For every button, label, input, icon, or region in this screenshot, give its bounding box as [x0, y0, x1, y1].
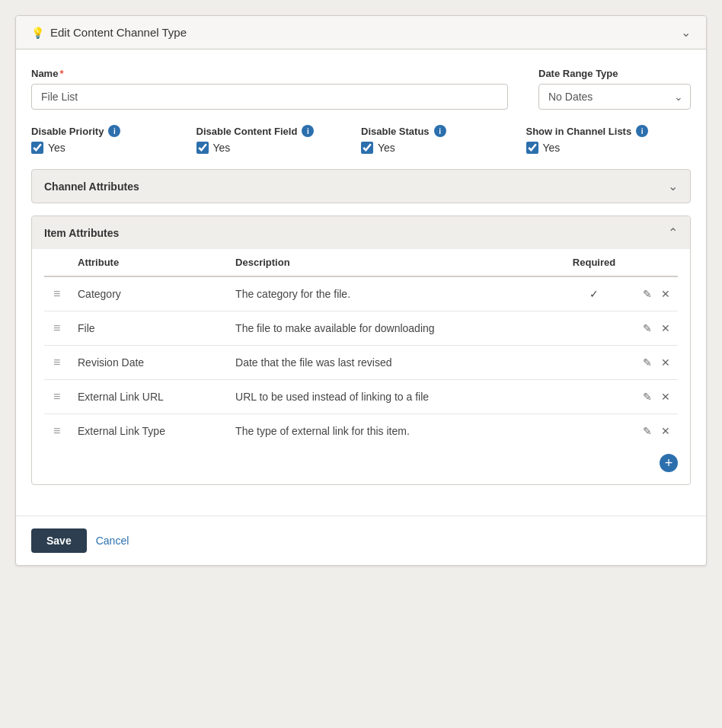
show-in-channel-value: Yes — [543, 142, 561, 154]
edit-icon[interactable]: ✎ — [641, 321, 653, 336]
show-in-channel-lists-group: Show in Channel Lists i Yes — [526, 125, 692, 154]
disable-priority-value: Yes — [48, 142, 65, 154]
item-attributes-title: Item Attributes — [44, 227, 119, 239]
disable-content-label-row: Disable Content Field i — [196, 125, 362, 137]
show-in-channel-info-icon[interactable]: i — [636, 125, 648, 137]
table-header-row: Attribute Description Required — [44, 249, 678, 276]
delete-icon[interactable]: ✕ — [660, 389, 672, 404]
panel-body: Name* Date Range Type No Dates Single Da… — [16, 49, 706, 516]
drag-handle-icon[interactable]: ≡ — [50, 356, 63, 369]
disable-content-checkbox[interactable] — [196, 142, 209, 154]
required-cell: ✓ — [564, 276, 625, 311]
delete-icon[interactable]: ✕ — [660, 321, 672, 336]
drag-handle-icon[interactable]: ≡ — [50, 390, 63, 403]
disable-status-value-row: Yes — [361, 142, 526, 154]
item-attributes-panel: Item Attributes ⌃ Attribute Description … — [31, 216, 691, 485]
table-row: ≡ Revision Date Date that the file was l… — [44, 346, 678, 380]
edit-icon[interactable]: ✎ — [641, 389, 653, 404]
disable-status-checkbox[interactable] — [361, 142, 373, 154]
disable-content-field-group: Disable Content Field i Yes — [196, 125, 362, 154]
channel-attributes-header[interactable]: Channel Attributes ⌄ — [31, 169, 691, 203]
panel-footer: Save Cancel — [16, 516, 706, 565]
actions-cell: ✎ ✕ — [625, 311, 678, 346]
required-cell — [564, 346, 625, 380]
delete-icon[interactable]: ✕ — [660, 286, 672, 302]
lightbulb-icon: 💡 — [31, 27, 44, 39]
add-row: + — [44, 448, 678, 472]
actions-cell: ✎ ✕ — [625, 276, 678, 311]
edit-icon[interactable]: ✎ — [641, 286, 653, 302]
table-row: ≡ File The file to make available for do… — [44, 311, 678, 346]
disable-status-label-row: Disable Status i — [361, 125, 526, 137]
drag-handle-icon[interactable]: ≡ — [50, 424, 63, 437]
table-row: ≡ External Link URL URL to be used inste… — [44, 380, 678, 414]
drag-cell[interactable]: ≡ — [44, 276, 72, 311]
drag-cell[interactable]: ≡ — [44, 311, 72, 346]
actions-cell: ✎ ✕ — [625, 414, 678, 449]
attribute-name-cell: External Link Type — [72, 414, 229, 449]
disable-status-group: Disable Status i Yes — [361, 125, 526, 154]
delete-icon[interactable]: ✕ — [660, 355, 672, 370]
attribute-desc-cell: URL to be used instead of linking to a f… — [229, 380, 564, 414]
panel-header-left: 💡 Edit Content Channel Type — [31, 26, 187, 39]
drag-cell[interactable]: ≡ — [44, 346, 72, 380]
edit-icon[interactable]: ✎ — [641, 355, 653, 370]
attribute-name-cell: Category — [72, 276, 229, 311]
cancel-button[interactable]: Cancel — [96, 535, 129, 547]
col-description-header: Description — [229, 249, 564, 276]
show-in-channel-label-row: Show in Channel Lists i — [526, 125, 692, 137]
date-range-label: Date Range Type — [538, 68, 691, 79]
panel-title: Edit Content Channel Type — [50, 26, 187, 39]
channel-attributes-title: Channel Attributes — [44, 180, 139, 193]
date-range-field-group: Date Range Type No Dates Single Date Dat… — [538, 68, 691, 110]
panel-collapse-icon[interactable]: ⌄ — [681, 25, 691, 40]
attribute-name-cell: External Link URL — [72, 380, 229, 414]
disable-content-label: Disable Content Field — [196, 126, 298, 137]
name-label: Name* — [31, 68, 508, 79]
disable-priority-info-icon[interactable]: i — [108, 125, 120, 137]
show-in-channel-value-row: Yes — [526, 142, 692, 154]
action-icons: ✎ ✕ — [631, 286, 672, 302]
col-required-header: Required — [564, 249, 625, 276]
drag-cell[interactable]: ≡ — [44, 380, 72, 414]
name-input[interactable] — [31, 84, 508, 110]
attribute-desc-cell: The file to make available for downloadi… — [229, 311, 564, 346]
col-actions-header — [625, 249, 678, 276]
actions-cell: ✎ ✕ — [625, 380, 678, 414]
edit-panel: 💡 Edit Content Channel Type ⌄ Name* Date… — [15, 15, 707, 566]
action-icons: ✎ ✕ — [631, 389, 672, 404]
delete-icon[interactable]: ✕ — [660, 423, 672, 439]
item-attributes-chevron: ⌃ — [668, 225, 678, 240]
show-in-channel-label: Show in Channel Lists — [526, 126, 632, 137]
disable-content-info-icon[interactable]: i — [302, 125, 314, 137]
disable-priority-checkbox[interactable] — [31, 142, 43, 154]
disable-priority-label-row: Disable Priority i — [31, 125, 196, 137]
disable-status-info-icon[interactable]: i — [434, 125, 446, 137]
drag-handle-icon[interactable]: ≡ — [50, 321, 63, 334]
item-attributes-table-container: Attribute Description Required ≡ Categor… — [32, 249, 690, 484]
attribute-desc-cell: The category for the file. — [229, 276, 564, 311]
item-attributes-header[interactable]: Item Attributes ⌃ — [32, 216, 690, 249]
date-range-select-wrapper: No Dates Single Date Date Range ⌄ — [538, 84, 691, 110]
name-date-row: Name* Date Range Type No Dates Single Da… — [31, 68, 691, 110]
date-range-select[interactable]: No Dates Single Date Date Range — [538, 84, 691, 110]
col-attribute-header: Attribute — [72, 249, 229, 276]
required-cell — [564, 414, 625, 449]
table-row: ≡ External Link Type The type of externa… — [44, 414, 678, 449]
table-row: ≡ Category The category for the file. ✓ … — [44, 276, 678, 311]
attribute-name-cell: File — [72, 311, 229, 346]
edit-icon[interactable]: ✎ — [641, 423, 653, 439]
save-button[interactable]: Save — [31, 528, 87, 553]
channel-attributes-chevron: ⌄ — [668, 179, 678, 193]
actions-cell: ✎ ✕ — [625, 346, 678, 380]
disable-content-value-row: Yes — [196, 142, 362, 154]
disable-status-value: Yes — [378, 142, 395, 154]
disable-priority-group: Disable Priority i Yes — [31, 125, 196, 154]
drag-handle-icon[interactable]: ≡ — [50, 287, 63, 300]
add-attribute-button[interactable]: + — [660, 454, 678, 472]
panel-header: 💡 Edit Content Channel Type ⌄ — [16, 16, 706, 49]
required-cell — [564, 311, 625, 346]
drag-cell[interactable]: ≡ — [44, 414, 72, 449]
action-icons: ✎ ✕ — [631, 423, 672, 439]
show-in-channel-checkbox[interactable] — [526, 142, 538, 154]
